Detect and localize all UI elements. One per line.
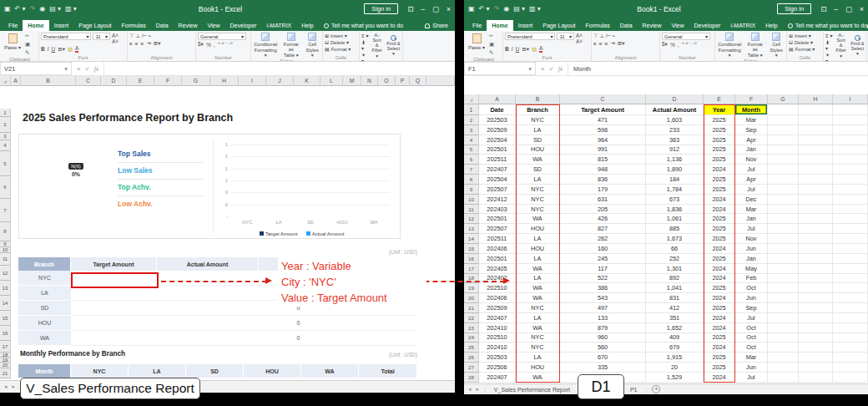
ribbon-tab-page-layout[interactable]: Page Layout [537,20,580,31]
data-cell[interactable]: 202406 [479,244,516,254]
data-cell[interactable] [768,165,799,175]
row-header-1[interactable]: 1 [0,109,11,117]
row-header-14[interactable]: 14 [0,296,11,311]
data-cell[interactable]: 497 [560,303,646,313]
data-cell[interactable]: 202407 [479,165,516,175]
column-header-B[interactable]: B [21,76,76,86]
data-cell[interactable]: Jul [735,373,768,383]
column-header-C[interactable]: C [560,94,646,104]
align-center-icon[interactable]: ≡ [135,41,139,47]
row-header-20[interactable]: 20 [464,293,479,303]
sort-filter-button[interactable]: A↓Sort &Filter ▾ [835,33,846,58]
table1-value-cell[interactable]: 0 [259,316,338,331]
align-left-icon[interactable]: ≡ [129,41,133,47]
data-cell[interactable]: 2025 [704,115,735,125]
data-cell[interactable]: Jun [735,363,768,373]
data-cell[interactable] [799,135,833,145]
data-cell[interactable]: 202501 [479,214,516,224]
cut-icon[interactable]: ✂ [25,33,30,39]
insert-button[interactable]: ⊞Insert ▾ [789,33,815,38]
insert-function-icon[interactable]: fx [558,65,563,73]
row-header-28[interactable]: 28 [464,373,479,383]
row-header-11[interactable]: 11 [0,253,11,266]
data-cell[interactable] [768,333,799,343]
sheet-nav-right-icon[interactable]: ▸ [477,386,480,393]
data-cell[interactable] [768,145,799,155]
decimal-icons[interactable]: ⁺·⁰ ⁻·⁰ [217,41,232,48]
ribbon-options-icon[interactable]: ⊡ [820,5,826,13]
camera-icon[interactable]: ◉ [39,6,45,13]
chevron-down-icon[interactable]: ▾ [241,33,244,39]
fill-color-icon[interactable]: ▨ [532,46,537,53]
data-cell[interactable]: LA [516,175,560,185]
data-cell[interactable] [799,195,833,205]
cut-icon[interactable]: ✂ [489,33,494,39]
data-cell[interactable] [768,353,799,363]
data-cell[interactable]: 679 [646,343,704,353]
data-cell[interactable] [833,214,868,224]
column-header-Q[interactable]: Q [410,76,426,86]
data-cell[interactable]: LA [516,353,560,363]
data-cell[interactable] [833,145,868,155]
table1-value-cell[interactable] [157,286,259,301]
data-cell[interactable]: 1,603 [646,115,704,125]
sheet-nav-left-icon[interactable]: ◂ [468,386,472,393]
data-cell[interactable] [799,343,833,353]
sheet-tab-vsales[interactable]: V_Sales Performance Report [491,386,573,393]
data-cell[interactable] [833,333,868,343]
align-right-icon[interactable]: ≡ [605,41,608,47]
font-name-input[interactable]: Pretendard▾ [41,33,91,40]
data-cell[interactable] [833,293,868,303]
italic-button[interactable]: I [512,46,513,52]
fill-icon[interactable]: ⬇ ▾ [361,39,368,51]
delete-button[interactable]: ⊟Delete ▾ [789,39,815,45]
ribbon-tab-data[interactable]: Data [615,20,638,31]
data-cell[interactable]: 202407 [479,373,516,383]
data-cell[interactable]: 1,301 [646,264,704,274]
table1-value-cell[interactable]: 0 [259,331,338,346]
borders-icon[interactable]: ⊞▾ [522,46,529,53]
data-cell[interactable] [799,363,833,373]
data-cell[interactable] [833,313,868,323]
data-cell[interactable]: 2024 [704,293,735,303]
data-cell[interactable] [799,323,833,333]
ribbon-tab-home[interactable]: Home [487,20,512,31]
table1-value-cell[interactable] [157,271,259,286]
currency-icon[interactable]: $▾ [198,41,204,48]
column-header-F[interactable]: F [154,76,182,86]
save-icon[interactable]: ▣ [4,6,11,13]
row-header-11[interactable]: 11 [464,205,479,215]
percent-icon[interactable]: % [670,42,675,48]
data-cell[interactable]: LA [516,313,560,323]
data-cell[interactable] [768,343,799,353]
header-cell-empty[interactable] [768,104,799,115]
undo-icon[interactable]: ↶ ▾ [15,6,26,13]
data-cell[interactable]: Mar [735,353,768,363]
cell-styles-button[interactable]: CellStyles ▾ [768,33,785,58]
data-cell[interactable]: LA [516,234,560,244]
row-header-3[interactable]: 3 [464,125,479,135]
data-cell[interactable] [833,244,868,254]
clear-icon[interactable]: ✦ ▾ [825,52,832,62]
data-cell[interactable]: 1,890 [646,165,704,175]
data-cell[interactable] [799,224,833,234]
row-header-14[interactable]: 14 [464,234,479,244]
table1-value-cell[interactable] [157,301,259,316]
column-header-H[interactable]: H [210,76,239,86]
data-cell[interactable] [768,175,799,185]
data-cell[interactable]: 2025 [704,135,735,145]
data-cell[interactable] [799,214,833,224]
data-cell[interactable]: 1,915 [646,353,704,363]
data-cell[interactable] [768,234,799,244]
row-header-9[interactable]: 9 [464,185,479,195]
data-cell[interactable]: 202410 [479,323,516,333]
data-cell[interactable]: Sep [735,125,768,135]
data-cell[interactable]: 1,652 [646,323,704,333]
row-header-16[interactable]: 16 [0,326,11,341]
fill-icon[interactable]: ⬇ ▾ [825,39,832,51]
data-cell[interactable] [768,264,799,274]
chevron-down-icon[interactable]: ▾ [528,65,532,73]
table1-row-hou[interactable]: HOU0 [18,316,417,331]
row-header-22[interactable]: 22 [464,313,479,323]
font-color-icon[interactable]: A [539,45,542,53]
